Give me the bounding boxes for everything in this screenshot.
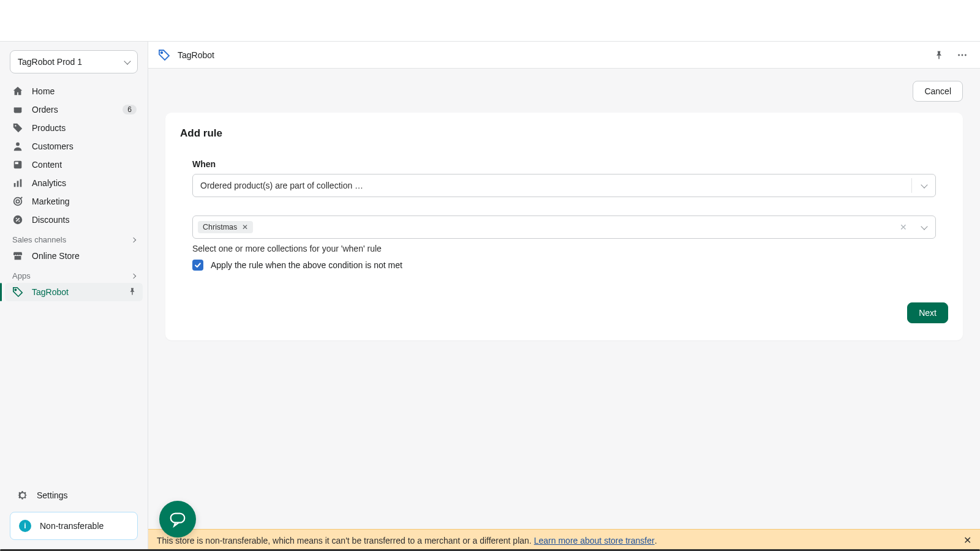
sidebar: TagRobot Prod 1 Home Orders 6 <box>0 42 148 551</box>
svg-rect-7 <box>17 181 19 187</box>
marketing-icon <box>12 196 23 207</box>
svg-point-20 <box>962 54 963 56</box>
svg-point-2 <box>15 125 16 126</box>
card-footer: Next <box>180 302 948 323</box>
next-button[interactable]: Next <box>907 302 948 323</box>
when-label: When <box>192 159 936 169</box>
chevron-down-icon <box>921 181 927 188</box>
svg-rect-0 <box>14 107 22 113</box>
more-actions-button[interactable] <box>954 47 970 63</box>
svg-point-17 <box>161 51 163 53</box>
non-transferable-banner: This store is non-transferable, which me… <box>148 529 980 551</box>
sales-channels-list: Online Store <box>0 247 148 265</box>
store-switcher[interactable]: TagRobot Prod 1 <box>10 50 138 73</box>
store-icon <box>12 250 23 261</box>
svg-point-15 <box>15 289 16 290</box>
tagrobot-app-icon <box>158 49 170 61</box>
non-transferable-card[interactable]: i Non-transferable <box>10 512 138 540</box>
when-condition-select[interactable]: Ordered product(s) are part of collectio… <box>192 174 936 197</box>
add-rule-card: Add rule When Ordered product(s) are par… <box>165 113 963 340</box>
svg-point-19 <box>958 54 960 56</box>
select-separator <box>911 178 912 193</box>
svg-rect-14 <box>15 256 21 260</box>
sidebar-item-home[interactable]: Home <box>5 82 143 100</box>
person-icon <box>12 141 23 152</box>
chevron-right-icon <box>131 237 136 242</box>
svg-rect-16 <box>132 291 132 294</box>
cancel-button[interactable]: Cancel <box>913 81 963 102</box>
invert-condition-checkbox[interactable] <box>192 260 203 271</box>
chevron-down-icon <box>124 58 130 64</box>
section-header-label: Sales channels <box>12 235 66 244</box>
non-transferable-label: Non-transferable <box>40 521 104 531</box>
sidebar-item-customers[interactable]: Customers <box>5 137 143 156</box>
svg-point-21 <box>965 54 967 56</box>
svg-point-9 <box>14 198 22 206</box>
sidebar-item-label: Orders <box>32 105 58 114</box>
primary-nav: Home Orders 6 Products <box>0 82 148 229</box>
discount-icon <box>12 214 23 225</box>
sidebar-item-discounts[interactable]: Discounts <box>5 211 143 229</box>
svg-point-12 <box>16 218 17 219</box>
apps-header[interactable]: Apps <box>0 265 148 283</box>
banner-tail: . <box>655 536 657 545</box>
sidebar-item-label: TagRobot <box>32 287 69 297</box>
svg-rect-6 <box>14 183 16 187</box>
svg-rect-22 <box>171 514 185 523</box>
sidebar-item-tagrobot[interactable]: TagRobot <box>5 283 143 301</box>
sidebar-item-label: Analytics <box>32 178 66 188</box>
chevron-right-icon <box>131 273 136 278</box>
sidebar-bottom: Settings i Non-transferable <box>0 486 148 551</box>
pin-app-button[interactable] <box>931 47 947 63</box>
sidebar-item-label: Customers <box>32 141 74 151</box>
info-icon: i <box>19 520 31 532</box>
tag-label: Christmas <box>203 223 237 231</box>
sidebar-item-label: Online Store <box>32 251 80 261</box>
collections-helper-text: Select one or more collections for your … <box>192 244 936 253</box>
sales-channels-header[interactable]: Sales channels <box>0 229 148 247</box>
selected-tag: Christmas ✕ <box>198 221 253 233</box>
pin-icon[interactable] <box>128 287 137 298</box>
sidebar-item-label: Home <box>32 86 55 96</box>
app-title: TagRobot <box>178 50 214 60</box>
remove-tag-icon[interactable]: ✕ <box>242 223 248 231</box>
close-banner-icon[interactable]: ✕ <box>963 534 971 546</box>
analytics-icon <box>12 178 23 189</box>
collections-multiselect[interactable]: Christmas ✕ ✕ <box>192 216 936 239</box>
sidebar-item-online-store[interactable]: Online Store <box>5 247 143 265</box>
banner-link[interactable]: Learn more about store transfer <box>534 536 655 545</box>
svg-point-13 <box>18 220 20 222</box>
page-actions: Cancel <box>148 69 980 102</box>
home-icon <box>12 86 23 97</box>
store-switcher-label: TagRobot Prod 1 <box>18 57 82 67</box>
card-title: Add rule <box>180 127 948 140</box>
sidebar-item-label: Marketing <box>32 197 69 206</box>
sidebar-item-marketing[interactable]: Marketing <box>5 192 143 211</box>
sidebar-item-label: Content <box>32 160 62 170</box>
orders-badge: 6 <box>123 105 137 114</box>
main-content: TagRobot Cancel Add rule When Ordered pr… <box>148 42 980 551</box>
svg-rect-8 <box>20 179 22 187</box>
clear-all-icon[interactable]: ✕ <box>900 222 907 232</box>
chevron-down-icon <box>921 223 927 230</box>
app-header: TagRobot <box>148 42 980 69</box>
invert-condition-label: Apply the rule when the above condition … <box>211 260 402 270</box>
invert-condition-row: Apply the rule when the above condition … <box>192 260 936 271</box>
sidebar-item-label: Discounts <box>32 215 69 225</box>
sidebar-item-orders[interactable]: Orders 6 <box>5 100 143 119</box>
gear-icon <box>17 490 28 501</box>
sidebar-item-products[interactable]: Products <box>5 119 143 137</box>
apps-list: TagRobot <box>0 283 148 301</box>
sidebar-item-content[interactable]: Content <box>5 156 143 174</box>
sidebar-item-label: Products <box>32 123 66 133</box>
orders-icon <box>12 104 23 115</box>
svg-point-10 <box>16 200 19 203</box>
svg-rect-1 <box>14 106 22 108</box>
sidebar-item-analytics[interactable]: Analytics <box>5 174 143 192</box>
banner-text: This store is non-transferable, which me… <box>157 536 532 545</box>
chat-launcher[interactable] <box>159 501 196 538</box>
content-icon <box>12 159 23 170</box>
sidebar-item-settings[interactable]: Settings <box>10 486 138 504</box>
tagrobot-icon <box>12 287 23 298</box>
svg-point-3 <box>16 143 20 146</box>
